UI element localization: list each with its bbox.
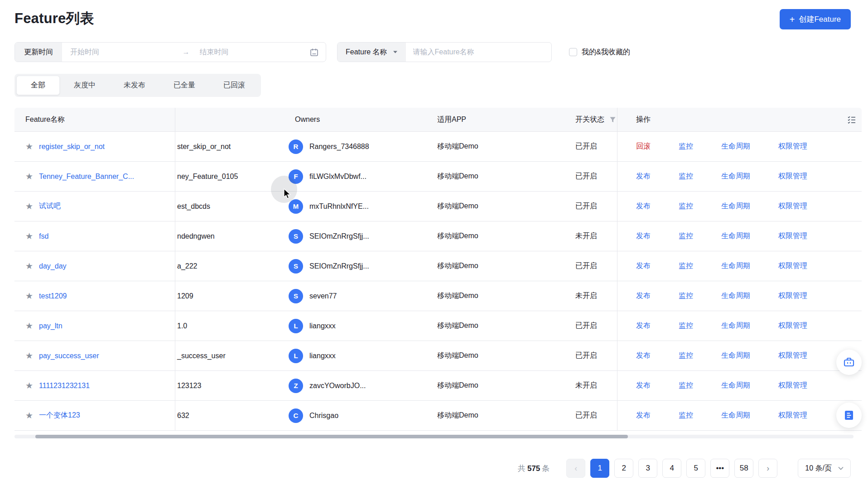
monitor-link[interactable]: 监控 (679, 202, 693, 211)
permission-link[interactable]: 权限管理 (778, 231, 807, 241)
feature-name-link[interactable]: day_day (39, 262, 67, 270)
feature-name-link[interactable]: 1111231232131 (39, 382, 90, 390)
table-row: ★ 试试吧 est_dbcds M mxTuRhnlxNfYE... 移动端De… (14, 192, 862, 221)
primary-action-link[interactable]: 发布 (636, 321, 651, 331)
monitor-link[interactable]: 监控 (679, 261, 693, 271)
favorite-star-icon[interactable]: ★ (25, 172, 33, 181)
owner-name: mxTuRhnlxNfYE... (309, 202, 369, 211)
permission-link[interactable]: 权限管理 (778, 411, 807, 420)
owner-name: zavcYOworbJO... (309, 382, 366, 390)
end-date-input[interactable] (200, 48, 302, 56)
favorite-star-icon[interactable]: ★ (25, 202, 33, 211)
permission-link[interactable]: 权限管理 (778, 172, 807, 181)
toolbox-floating-button[interactable] (836, 350, 862, 375)
page-number-button[interactable]: 2 (614, 459, 633, 478)
date-filter-type-label[interactable]: 更新时间 (15, 43, 62, 62)
lifecycle-link[interactable]: 生命周期 (721, 231, 750, 241)
actions-cell: 发布 监控 生命周期 权限管理 (617, 371, 862, 400)
favorite-star-icon[interactable]: ★ (25, 232, 33, 240)
status-tab[interactable]: 全部 (16, 76, 60, 95)
permission-link[interactable]: 权限管理 (778, 261, 807, 271)
status-tab[interactable]: 未发布 (110, 76, 159, 95)
lifecycle-link[interactable]: 生命周期 (721, 142, 750, 151)
owner-cell: L liangxxx (284, 319, 424, 333)
search-field-select[interactable]: Feature 名称 (338, 43, 406, 62)
page-size-select[interactable]: 10 条/页 (798, 459, 851, 478)
monitor-link[interactable]: 监控 (679, 142, 693, 151)
primary-action-link[interactable]: 发布 (636, 291, 651, 301)
favorite-star-icon[interactable]: ★ (25, 381, 33, 390)
permission-link[interactable]: 权限管理 (778, 321, 807, 331)
primary-action-link[interactable]: 发布 (636, 411, 651, 420)
start-date-input[interactable] (70, 48, 173, 56)
primary-action-link[interactable]: 发布 (636, 231, 651, 241)
page-number-button[interactable]: 3 (638, 459, 657, 478)
filter-funnel-icon[interactable] (610, 117, 616, 123)
checkbox[interactable] (569, 48, 577, 56)
monitor-link[interactable]: 监控 (679, 351, 693, 360)
primary-action-link[interactable]: 发布 (636, 261, 651, 271)
feature-name-link[interactable]: 试试吧 (39, 202, 61, 211)
status-tab[interactable]: 灰度中 (60, 76, 110, 95)
feature-name-cell: ★ register_skip_or_not (14, 132, 175, 161)
monitor-link[interactable]: 监控 (679, 172, 693, 181)
feature-name-link[interactable]: Tenney_Feature_Banner_C... (39, 173, 134, 181)
lifecycle-link[interactable]: 生命周期 (721, 291, 750, 301)
monitor-link[interactable]: 监控 (679, 321, 693, 331)
monitor-link[interactable]: 监控 (679, 411, 693, 420)
monitor-link[interactable]: 监控 (679, 231, 693, 241)
favorite-star-icon[interactable]: ★ (25, 411, 33, 420)
next-page-button[interactable]: › (758, 459, 777, 478)
favorite-star-icon[interactable]: ★ (25, 292, 33, 300)
filter-bar: 更新时间 → Feature 名称 我的&我收藏的 (14, 42, 854, 62)
mine-favorites-checkbox-group[interactable]: 我的&我收藏的 (569, 48, 630, 57)
table-row: ★ 一个变体123 632 C Chrisgao 移动端Demo 已开启 发布 … (14, 401, 862, 431)
permission-link[interactable]: 权限管理 (778, 381, 807, 390)
favorite-star-icon[interactable]: ★ (25, 262, 33, 270)
page-number-button[interactable]: ••• (710, 459, 729, 478)
column-header-owners: Owners (284, 115, 424, 124)
primary-action-link[interactable]: 发布 (636, 172, 651, 181)
feature-name-link[interactable]: register_skip_or_not (39, 143, 105, 151)
lifecycle-link[interactable]: 生命周期 (721, 381, 750, 390)
lifecycle-link[interactable]: 生命周期 (721, 202, 750, 211)
favorite-star-icon[interactable]: ★ (25, 351, 33, 360)
lifecycle-link[interactable]: 生命周期 (721, 261, 750, 271)
page-number-button[interactable]: 5 (686, 459, 705, 478)
primary-action-link[interactable]: 发布 (636, 381, 651, 390)
permission-link[interactable]: 权限管理 (778, 202, 807, 211)
lifecycle-link[interactable]: 生命周期 (721, 172, 750, 181)
page-number-button[interactable]: 58 (734, 459, 753, 478)
lifecycle-link[interactable]: 生命周期 (721, 321, 750, 331)
feedback-floating-button[interactable] (836, 403, 862, 428)
primary-action-link[interactable]: 发布 (636, 351, 651, 360)
scrollbar-thumb[interactable] (35, 435, 628, 438)
column-settings-icon[interactable] (847, 115, 856, 124)
prev-page-button[interactable]: ‹ (566, 459, 585, 478)
primary-action-link[interactable]: 发布 (636, 202, 651, 211)
page-number-button[interactable]: 4 (662, 459, 681, 478)
favorite-star-icon[interactable]: ★ (25, 142, 33, 151)
feature-name-link[interactable]: pay_success_user (39, 352, 99, 360)
status-tab[interactable]: 已回滚 (209, 76, 259, 95)
actions-cell: 发布 监控 生命周期 权限管理 (617, 311, 862, 341)
permission-link[interactable]: 权限管理 (778, 142, 807, 151)
feature-name-link[interactable]: test1209 (39, 292, 67, 300)
feature-name-link[interactable]: 一个变体123 (39, 411, 80, 420)
column-header-name: Feature名称 (14, 108, 175, 131)
feature-name-link[interactable]: pay_ltn (39, 322, 63, 330)
monitor-link[interactable]: 监控 (679, 291, 693, 301)
permission-link[interactable]: 权限管理 (778, 351, 807, 360)
lifecycle-link[interactable]: 生命周期 (721, 351, 750, 360)
monitor-link[interactable]: 监控 (679, 381, 693, 390)
feature-name-link[interactable]: fsd (39, 232, 48, 240)
feature-name-input[interactable] (406, 48, 551, 56)
status-tab[interactable]: 已全量 (159, 76, 209, 95)
lifecycle-link[interactable]: 生命周期 (721, 411, 750, 420)
checkbox-label: 我的&我收藏的 (582, 48, 630, 57)
permission-link[interactable]: 权限管理 (778, 291, 807, 301)
create-feature-button[interactable]: + 创建Feature (780, 9, 851, 29)
favorite-star-icon[interactable]: ★ (25, 322, 33, 330)
page-number-button[interactable]: 1 (590, 459, 609, 478)
primary-action-link[interactable]: 回滚 (636, 142, 651, 151)
